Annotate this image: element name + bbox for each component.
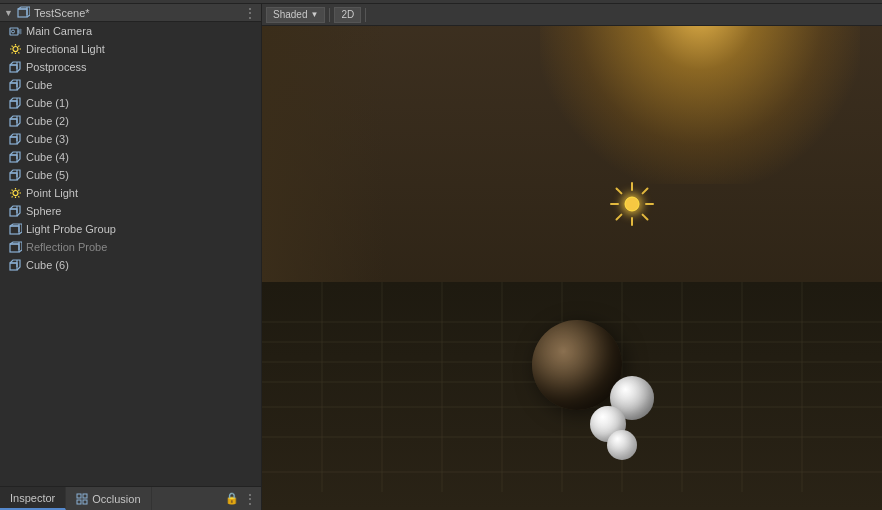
view-label: 2D	[341, 9, 354, 20]
cube-icon-cube6	[8, 258, 22, 272]
probe-icon	[9, 223, 22, 236]
view-2d-btn[interactable]: 2D	[334, 7, 361, 23]
tab-icons-group: 🔒 ⋮	[225, 491, 261, 507]
svg-rect-51	[10, 244, 19, 252]
cube-icon-sphere	[8, 204, 22, 218]
hierarchy-item-label-cube3: Cube (3)	[26, 133, 69, 145]
bottom-tabs-bar: Inspector Occlusion 🔒 ⋮	[0, 486, 261, 510]
hierarchy-menu-icon[interactable]: ⋮	[243, 5, 257, 21]
svg-rect-21	[10, 101, 17, 108]
hierarchy-item-label-reflection-probe: Reflection Probe	[26, 241, 107, 253]
scene-title: TestScene*	[34, 7, 90, 19]
svg-rect-24	[10, 119, 17, 126]
hierarchy-header: ▼ TestScene* ⋮	[0, 4, 261, 22]
cube-icon-cube4	[8, 150, 22, 164]
occlusion-tab-label: Occlusion	[92, 493, 140, 505]
svg-marker-4	[18, 29, 21, 34]
hierarchy-item-cube3[interactable]: Cube (3)	[0, 130, 261, 148]
tab-inspector[interactable]: Inspector	[0, 487, 66, 510]
svg-rect-27	[10, 137, 17, 144]
sun-symbol	[614, 186, 650, 222]
svg-rect-33	[10, 173, 17, 180]
svg-rect-15	[10, 65, 17, 72]
probe-icon	[9, 241, 22, 254]
hierarchy-item-directional-light[interactable]: Directional Light	[0, 40, 261, 58]
svg-rect-48	[10, 226, 19, 234]
svg-point-5	[11, 30, 14, 33]
svg-rect-0	[18, 9, 27, 17]
svg-point-36	[13, 190, 18, 195]
hierarchy-item-cube6[interactable]: Cube (6)	[0, 256, 261, 274]
hierarchy-item-label-sphere: Sphere	[26, 205, 61, 217]
cube-icon	[9, 79, 22, 92]
hierarchy-item-label-cube2: Cube (2)	[26, 115, 69, 127]
hierarchy-item-label-cube5: Cube (5)	[26, 169, 69, 181]
svg-line-83	[643, 189, 648, 194]
svg-line-44	[11, 196, 12, 197]
hierarchy-item-label-postprocess: Postprocess	[26, 61, 87, 73]
occlusion-icon	[76, 493, 88, 505]
hierarchy-item-cube5[interactable]: Cube (5)	[0, 166, 261, 184]
probe-icon-reflection-probe	[8, 240, 22, 254]
svg-rect-60	[83, 500, 87, 504]
svg-rect-57	[77, 494, 81, 498]
svg-line-12	[18, 52, 19, 53]
cube-icon	[9, 151, 22, 164]
hierarchy-item-label-cube1: Cube (1)	[26, 97, 69, 109]
hierarchy-item-main-camera[interactable]: Main Camera	[0, 22, 261, 40]
cube-icon	[9, 205, 22, 218]
svg-rect-18	[10, 83, 17, 90]
camera-icon	[9, 25, 22, 38]
panel-menu-icon[interactable]: ⋮	[243, 491, 257, 507]
scene-name-row[interactable]: ▼ TestScene* ⋮	[4, 5, 257, 21]
probe-icon-light-probe-group	[8, 222, 22, 236]
hierarchy-item-cube2[interactable]: Cube (2)	[0, 112, 261, 130]
light-icon	[9, 187, 22, 200]
svg-line-14	[11, 52, 12, 53]
point-light-scene-icon	[607, 179, 657, 229]
hierarchy-item-label-main-camera: Main Camera	[26, 25, 92, 37]
cube-icon-cube3	[8, 132, 22, 146]
lock-icon[interactable]: 🔒	[225, 492, 239, 505]
svg-rect-59	[77, 500, 81, 504]
hierarchy-item-cube1[interactable]: Cube (1)	[0, 94, 261, 112]
hierarchy-item-postprocess[interactable]: Postprocess	[0, 58, 261, 76]
cube-icon	[9, 133, 22, 146]
svg-line-42	[18, 196, 19, 197]
svg-rect-58	[83, 494, 87, 498]
light-icon	[9, 43, 22, 56]
hierarchy-item-label-directional-light: Directional Light	[26, 43, 105, 55]
light-icon-point-light	[8, 186, 22, 200]
expand-arrow-icon: ▼	[4, 8, 13, 18]
cube-icon	[9, 61, 22, 74]
cube-icon-cube2	[8, 114, 22, 128]
hierarchy-item-cube4[interactable]: Cube (4)	[0, 148, 261, 166]
hierarchy-item-light-probe-group[interactable]: Light Probe Group	[0, 220, 261, 238]
tab-occlusion[interactable]: Occlusion	[66, 487, 151, 510]
sun-rays-svg	[607, 179, 657, 229]
svg-line-84	[617, 215, 622, 220]
svg-line-81	[617, 189, 622, 194]
sphere-white-3	[607, 430, 637, 460]
hierarchy-item-reflection-probe[interactable]: Reflection Probe	[0, 238, 261, 256]
hierarchy-panel: ▼ TestScene* ⋮ Main Camera	[0, 4, 262, 510]
inspector-tab-label: Inspector	[10, 492, 55, 504]
cube-icon-cube5	[8, 168, 22, 182]
shading-dropdown[interactable]: Shaded ▼	[266, 7, 325, 23]
hierarchy-item-label-cube: Cube	[26, 79, 52, 91]
cube-icon-cube1	[8, 96, 22, 110]
sphere-large	[532, 320, 622, 410]
hierarchy-item-point-light[interactable]: Point Light	[0, 184, 261, 202]
scene-canvas	[262, 4, 882, 510]
svg-line-13	[18, 45, 19, 46]
svg-rect-54	[10, 263, 17, 270]
hierarchy-item-label-light-probe-group: Light Probe Group	[26, 223, 116, 235]
scene-toolbar: Shaded ▼ 2D	[262, 4, 882, 26]
hierarchy-item-label-cube4: Cube (4)	[26, 151, 69, 163]
svg-rect-30	[10, 155, 17, 162]
scene-view[interactable]: Shaded ▼ 2D	[262, 4, 882, 510]
svg-rect-45	[10, 209, 17, 216]
cube-icon	[9, 169, 22, 182]
hierarchy-item-cube[interactable]: Cube	[0, 76, 261, 94]
hierarchy-item-sphere[interactable]: Sphere	[0, 202, 261, 220]
